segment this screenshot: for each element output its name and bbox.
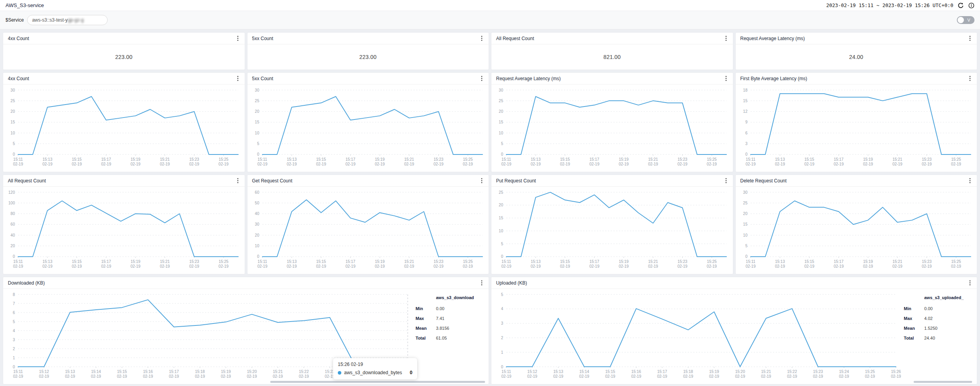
kebab-menu-icon[interactable] (968, 75, 972, 82)
svg-text:7: 7 (13, 301, 15, 306)
h-scrollbar-thumb[interactable] (914, 381, 972, 383)
svg-text:8: 8 (13, 292, 15, 297)
topbar-actions: 2023-02-19 15:11 ~ 2023-02-19 15:26 UTC+… (826, 2, 975, 9)
svg-text:15:1902-19: 15:1902-19 (130, 259, 141, 268)
legend-stat-row: Total24.40 (904, 336, 974, 340)
kebab-menu-icon[interactable] (480, 75, 484, 82)
kebab-menu-icon[interactable] (724, 177, 728, 184)
kebab-menu-icon[interactable] (724, 35, 728, 42)
svg-text:20: 20 (11, 244, 15, 248)
svg-text:40: 40 (11, 233, 15, 237)
toggle-label: V (964, 17, 974, 23)
panel-header: Request Average Latency (ms) (491, 73, 733, 85)
panel-title: 5xx Count (252, 36, 273, 41)
svg-text:120: 120 (8, 190, 15, 195)
line-chart[interactable]: 01234567815:1102-1915:1202-1915:1302-191… (3, 289, 414, 384)
svg-text:15:1102-19: 15:1102-19 (13, 157, 23, 166)
svg-text:5: 5 (13, 320, 15, 324)
svg-text:15:2102-19: 15:2102-19 (648, 259, 658, 268)
panel-all-request-count: All Request Count821.00 (491, 33, 733, 70)
kebab-menu-icon[interactable] (968, 35, 972, 42)
svg-text:15:1202-19: 15:1202-19 (39, 369, 49, 379)
view-toggle[interactable]: V (957, 16, 975, 24)
svg-text:15: 15 (743, 222, 747, 227)
svg-text:15:2102-19: 15:2102-19 (892, 259, 902, 268)
line-chart[interactable]: 05101520253015:1102-1915:1302-1915:1502-… (247, 85, 489, 172)
kebab-menu-icon[interactable] (236, 75, 240, 82)
svg-text:18: 18 (743, 88, 747, 92)
svg-text:25: 25 (11, 99, 15, 103)
svg-text:0: 0 (257, 152, 259, 156)
h-scrollbar-thumb[interactable] (270, 381, 485, 383)
svg-text:15:2502-19: 15:2502-19 (218, 259, 229, 268)
kebab-menu-icon[interactable] (480, 177, 484, 184)
svg-text:15:1702-19: 15:1702-19 (589, 259, 599, 268)
svg-text:15:1702-19: 15:1702-19 (833, 259, 844, 268)
svg-text:0: 0 (501, 365, 503, 369)
svg-text:15:2502-19: 15:2502-19 (951, 157, 961, 166)
svg-text:4: 4 (501, 307, 503, 311)
svg-text:15:2102-19: 15:2102-19 (404, 157, 414, 166)
line-chart[interactable]: 036912151815:1102-1915:1302-1915:1502-19… (736, 85, 977, 172)
panel-title: 5xx Count (252, 76, 273, 81)
svg-text:15:2302-19: 15:2302-19 (813, 369, 823, 379)
time-range-picker[interactable]: 2023-02-19 15:11 ~ 2023-02-19 15:26 UTC+… (826, 2, 953, 8)
svg-text:20: 20 (255, 109, 259, 114)
svg-text:15:1502-19: 15:1502-19 (117, 369, 127, 379)
svg-text:15:1702-19: 15:1702-19 (169, 369, 179, 379)
stat-value: 223.00 (247, 44, 489, 70)
svg-text:15:2302-19: 15:2302-19 (678, 259, 688, 268)
kebab-menu-icon[interactable] (968, 279, 972, 287)
kebab-menu-icon[interactable] (968, 177, 972, 184)
kebab-menu-icon[interactable] (724, 75, 728, 82)
info-icon[interactable] (968, 2, 975, 9)
svg-text:15:1902-19: 15:1902-19 (130, 157, 141, 166)
svg-text:15:2002-19: 15:2002-19 (735, 369, 745, 379)
svg-text:5: 5 (745, 244, 747, 248)
line-chart[interactable]: 051015202515:1102-1915:1302-1915:1502-19… (491, 187, 733, 274)
service-input[interactable]: aws-s3::s3-test-ygp-gz-g (27, 15, 108, 25)
svg-text:15:1502-19: 15:1502-19 (804, 259, 814, 268)
line-chart[interactable]: 01234515:1102-1915:1202-1915:1302-1915:1… (491, 289, 902, 384)
panel-all-request-count: All Request Count02040608010012015:1102-… (3, 175, 245, 274)
line-chart[interactable]: 05101520253015:1102-1915:1302-1915:1502-… (3, 85, 245, 172)
panel-title: Put Request Count (496, 178, 536, 184)
panel-title: Get Request Count (252, 178, 293, 184)
kebab-menu-icon[interactable] (236, 35, 240, 42)
svg-text:15:1702-19: 15:1702-19 (657, 369, 667, 379)
svg-text:15:2102-19: 15:2102-19 (892, 157, 902, 166)
line-chart[interactable]: 02040608010012015:1102-1915:1302-1915:15… (3, 187, 245, 274)
panel-downloaded-kb: Downloaded (KB)01234567815:1102-1915:120… (3, 277, 489, 384)
dashboard-title: AWS_S3-service (5, 2, 44, 8)
line-chart[interactable]: 05101520253015:1102-1915:1302-1915:1502-… (736, 187, 977, 274)
svg-text:15:2502-19: 15:2502-19 (218, 157, 229, 166)
panel-header: 4xx Count (3, 33, 245, 44)
legend-stat-label: Max (904, 316, 924, 321)
svg-text:2: 2 (13, 347, 15, 351)
stat-value: 24.00 (736, 44, 977, 70)
legend-stat-value: 1.5250 (924, 326, 938, 331)
legend-stat-row: Max4.02 (904, 316, 974, 321)
svg-text:15:1102-19: 15:1102-19 (501, 157, 511, 166)
svg-text:15:1302-19: 15:1302-19 (42, 259, 53, 268)
svg-text:15:1102-19: 15:1102-19 (257, 259, 267, 268)
kebab-menu-icon[interactable] (480, 35, 484, 42)
line-chart[interactable]: 05101520253015:1102-1915:1302-1915:1502-… (491, 85, 733, 172)
legend-stat-value: 0.00 (436, 306, 444, 311)
legend-stat-row: Mean3.8156 (416, 326, 485, 331)
svg-text:15:2402-19: 15:2402-19 (839, 369, 849, 379)
panel-title: 4xx Count (8, 36, 29, 41)
kebab-menu-icon[interactable] (480, 279, 484, 287)
legend-series-name: aws_s3_uploaded_ (904, 295, 974, 300)
svg-text:15:2302-19: 15:2302-19 (433, 157, 443, 166)
svg-text:30: 30 (255, 222, 259, 227)
dashboard: 4xx Count223.005xx Count223.00All Reques… (0, 29, 980, 386)
svg-text:9: 9 (745, 120, 747, 125)
top-bar: AWS_S3-service 2023-02-19 15:11 ~ 2023-0… (0, 0, 980, 11)
legend-stat-label: Max (416, 316, 436, 321)
kebab-menu-icon[interactable] (236, 177, 240, 184)
refresh-icon[interactable] (957, 2, 964, 9)
line-chart[interactable]: 010203040506015:1102-1915:1302-1915:1502… (247, 187, 489, 274)
line-chart-svg: 05101520253015:1102-1915:1302-1915:1502-… (491, 85, 733, 172)
svg-text:15:1102-19: 15:1102-19 (746, 259, 756, 268)
